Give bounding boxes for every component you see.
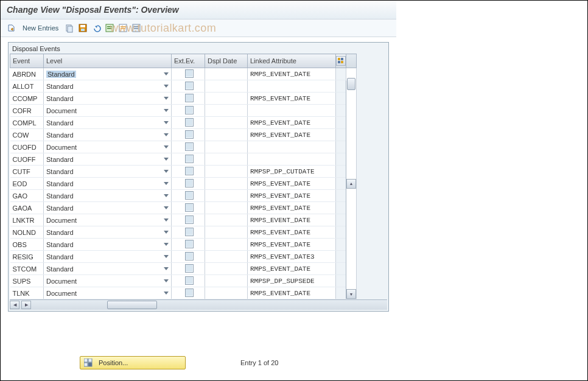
table-row[interactable]: GAOStandardRMPS_EVENT_DATE: [10, 190, 357, 202]
linked-attribute-cell[interactable]: RMPS_EVENT_DATE: [248, 117, 336, 129]
event-cell[interactable]: GAO: [10, 190, 44, 202]
table-row[interactable]: CUOFDDocument: [10, 141, 357, 153]
event-cell[interactable]: CUOFF: [10, 153, 44, 166]
event-cell[interactable]: CUOFD: [10, 141, 44, 153]
table-row[interactable]: COMPLStandardRMPS_EVENT_DATE: [10, 117, 357, 129]
table-row[interactable]: LNKTRDocumentRMPS_EVENT_DATE: [10, 214, 357, 226]
chevron-down-icon[interactable]: [164, 231, 169, 234]
select-all-icon[interactable]: [105, 23, 114, 33]
linked-attribute-cell[interactable]: RMPS_EVENT_DATE: [248, 287, 336, 299]
linked-attribute-cell[interactable]: [248, 80, 336, 93]
save-icon[interactable]: [78, 23, 88, 33]
linked-attribute-cell[interactable]: RMPSP_DP_SUPSEDE: [248, 275, 336, 287]
position-button[interactable]: Position...: [80, 356, 186, 369]
hscroll-thumb[interactable]: [107, 301, 157, 309]
dspl-date-cell[interactable]: [205, 178, 248, 190]
copy-icon[interactable]: [65, 23, 74, 33]
chevron-down-icon[interactable]: [164, 279, 169, 282]
event-cell[interactable]: OBS: [10, 239, 44, 251]
linked-attribute-cell[interactable]: [248, 153, 336, 166]
dspl-date-cell[interactable]: [205, 105, 248, 117]
table-row[interactable]: CUOFFStandard: [10, 153, 357, 166]
col-level[interactable]: Level: [44, 54, 172, 68]
level-dropdown[interactable]: Standard: [44, 68, 172, 80]
event-cell[interactable]: GAOA: [10, 202, 44, 214]
event-cell[interactable]: COMPL: [10, 117, 44, 129]
extev-checkbox[interactable]: [185, 191, 194, 200]
linked-attribute-cell[interactable]: RMPS_EVENT_DATE: [248, 239, 336, 251]
extev-checkbox[interactable]: [185, 142, 194, 151]
table-row[interactable]: ABRDNStandardRMPS_EVENT_DATE▲▼: [10, 68, 357, 80]
dspl-date-cell[interactable]: [205, 226, 248, 239]
extev-checkbox[interactable]: [185, 167, 194, 175]
event-cell[interactable]: SUPS: [10, 275, 44, 287]
event-cell[interactable]: ABRDN: [10, 68, 44, 80]
dspl-date-cell[interactable]: [205, 141, 248, 153]
table-row[interactable]: ALLOTStandard: [10, 80, 357, 93]
chevron-down-icon[interactable]: [164, 121, 169, 124]
dspl-date-cell[interactable]: [205, 190, 248, 202]
hscroll-right-icon[interactable]: ▶: [21, 301, 31, 309]
event-cell[interactable]: NOLND: [10, 226, 44, 239]
table-row[interactable]: CUTFStandardRMPSP_DP_CUTDATE: [10, 166, 357, 178]
chevron-down-icon[interactable]: [164, 267, 169, 270]
linked-attribute-cell[interactable]: RMPS_EVENT_DATE: [248, 68, 336, 80]
dspl-date-cell[interactable]: [205, 214, 248, 226]
linked-attribute-cell[interactable]: [248, 105, 336, 117]
chevron-down-icon[interactable]: [164, 218, 169, 222]
hscroll-left-icon[interactable]: ◀: [10, 301, 19, 309]
linked-attribute-cell[interactable]: RMPS_EVENT_DATE: [248, 93, 336, 105]
dspl-date-cell[interactable]: [205, 239, 248, 251]
level-dropdown[interactable]: Standard: [44, 166, 172, 178]
extev-checkbox[interactable]: [185, 118, 194, 127]
level-dropdown[interactable]: Standard: [44, 202, 172, 214]
col-attr[interactable]: Linked Attribute: [248, 54, 336, 68]
print-icon[interactable]: [131, 23, 141, 33]
linked-attribute-cell[interactable]: [248, 141, 336, 153]
undo-icon[interactable]: [91, 23, 101, 33]
extev-checkbox[interactable]: [185, 215, 194, 224]
vertical-scrollbar[interactable]: ▲▼: [346, 68, 357, 299]
dspl-date-cell[interactable]: [205, 275, 248, 287]
dspl-date-cell[interactable]: [205, 117, 248, 129]
event-cell[interactable]: EOD: [10, 178, 44, 190]
table-row[interactable]: COWStandardRMPS_EVENT_DATE: [10, 129, 357, 141]
level-dropdown[interactable]: Document: [44, 105, 172, 117]
dspl-date-cell[interactable]: [205, 287, 248, 299]
extev-checkbox[interactable]: [185, 69, 194, 78]
event-cell[interactable]: TLNK: [10, 287, 44, 299]
extev-checkbox[interactable]: [185, 82, 194, 90]
table-row[interactable]: TLNKDocumentRMPS_EVENT_DATE: [10, 287, 357, 299]
chevron-down-icon[interactable]: [164, 158, 169, 161]
dspl-date-cell[interactable]: [205, 93, 248, 105]
chevron-down-icon[interactable]: [164, 170, 169, 173]
level-dropdown[interactable]: Standard: [44, 226, 172, 239]
event-cell[interactable]: COFR: [10, 105, 44, 117]
col-dspl[interactable]: Dspl Date: [205, 54, 248, 68]
vscroll-down-icon[interactable]: ▼: [346, 289, 356, 299]
linked-attribute-cell[interactable]: RMPS_EVENT_DATE3: [248, 251, 336, 263]
chevron-down-icon[interactable]: [164, 145, 169, 149]
level-dropdown[interactable]: Standard: [44, 80, 172, 93]
linked-attribute-cell[interactable]: RMPS_EVENT_DATE: [248, 178, 336, 190]
dspl-date-cell[interactable]: [205, 202, 248, 214]
toggle-icon[interactable]: [7, 23, 16, 33]
level-dropdown[interactable]: Standard: [44, 93, 172, 105]
configure-columns-btn[interactable]: [336, 54, 346, 68]
extev-checkbox[interactable]: [185, 264, 194, 273]
chevron-down-icon[interactable]: [164, 109, 169, 112]
chevron-down-icon[interactable]: [164, 97, 169, 100]
deselect-all-icon[interactable]: [118, 23, 128, 33]
col-extev[interactable]: Ext.Ev.: [172, 54, 205, 68]
chevron-down-icon[interactable]: [164, 85, 169, 88]
level-dropdown[interactable]: Standard: [44, 190, 172, 202]
extev-checkbox[interactable]: [185, 288, 194, 297]
extev-checkbox[interactable]: [185, 179, 194, 187]
event-cell[interactable]: STCOM: [10, 263, 44, 275]
chevron-down-icon[interactable]: [164, 292, 169, 295]
extev-checkbox[interactable]: [185, 130, 194, 139]
linked-attribute-cell[interactable]: RMPS_EVENT_DATE: [248, 263, 336, 275]
extev-checkbox[interactable]: [185, 203, 194, 212]
dspl-date-cell[interactable]: [205, 80, 248, 93]
table-row[interactable]: EODStandardRMPS_EVENT_DATE: [10, 178, 357, 190]
